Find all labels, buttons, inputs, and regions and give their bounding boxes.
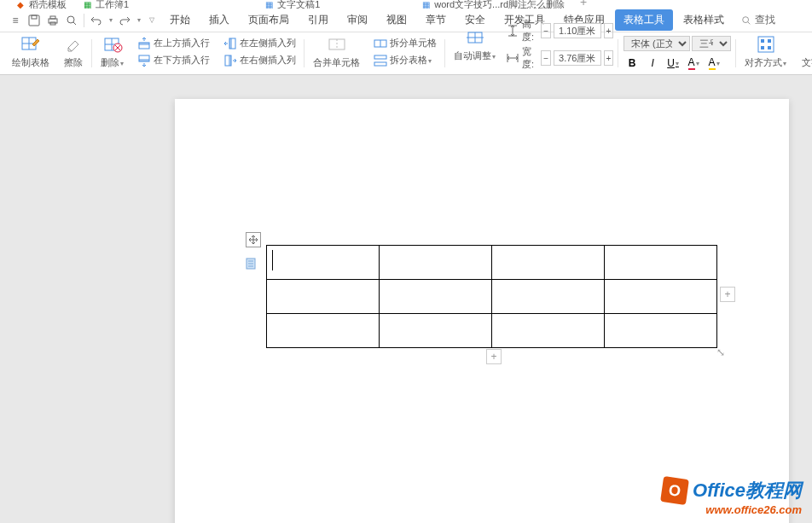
doc-tab[interactable]: ▦ 工作簿1 [75, 0, 136, 9]
font-name-select[interactable]: 宋体 (正文) [624, 36, 690, 51]
undo-icon[interactable] [90, 14, 103, 27]
draw-table-button[interactable]: 绘制表格 [9, 32, 53, 71]
align-icon [756, 34, 776, 55]
insert-above-icon [137, 37, 151, 50]
template-icon: ◆ [15, 0, 26, 9]
search-command[interactable]: 查找 [734, 9, 782, 31]
merge-cells-button: 合并单元格 [310, 32, 363, 71]
group-merge: 合并单元格 拆分单元格 拆分表格▾ [304, 34, 445, 73]
split-table-icon [374, 54, 387, 67]
tab-label: word文字技巧...rd脚注怎么删除 [434, 0, 565, 9]
tab-label: 文字文稿1 [277, 0, 320, 9]
insert-row-below-button[interactable]: 在下方插入行 [134, 53, 213, 68]
print-icon[interactable] [46, 14, 60, 27]
alignment-button[interactable]: 对齐方式▾ [741, 32, 790, 71]
menu-icon[interactable]: ≡ [9, 14, 22, 27]
group-draw: 绘制表格 擦除 [3, 34, 92, 73]
svg-rect-31 [374, 62, 386, 66]
undo-dropdown[interactable]: ▾ [109, 16, 113, 24]
svg-rect-30 [374, 55, 386, 59]
split-cells-button[interactable]: 拆分单元格 [370, 36, 440, 51]
btn-label: 文字方向▾ [802, 56, 812, 69]
doc-tab[interactable]: ◆ 稻壳模板 [9, 0, 73, 9]
merge-icon [327, 34, 347, 55]
btn-label: 拆分表格▾ [390, 54, 432, 67]
svg-point-7 [743, 16, 749, 22]
split-table-button[interactable]: 拆分表格▾ [370, 53, 440, 68]
eraser-button[interactable]: 擦除 [60, 32, 87, 71]
btn-label: 删除▾ [101, 56, 124, 69]
document-area: + + ⤡ [0, 75, 812, 523]
redo-icon[interactable] [118, 14, 131, 27]
btn-label: 在右侧插入列 [240, 54, 296, 67]
menu-page-layout[interactable]: 页面布局 [240, 9, 298, 31]
btn-label: 在下方插入行 [154, 54, 210, 67]
autofit-button[interactable]: 自动调整▾ [450, 26, 499, 64]
underline-button[interactable]: U▾ [664, 55, 682, 71]
svg-rect-41 [758, 37, 774, 52]
doc-tab[interactable]: ▦ word文字技巧...rd脚注怎么删除 [414, 0, 571, 9]
group-rows-cols: 删除▾ 在上方插入行 在下方插入行 在左侧插入列 [92, 34, 304, 73]
bold-button[interactable]: B [624, 55, 641, 71]
svg-point-5 [67, 16, 74, 23]
italic-button[interactable]: I [644, 55, 661, 71]
insert-col-left-button[interactable]: 在左侧插入列 [220, 36, 299, 51]
new-tab-button[interactable]: + [573, 0, 594, 9]
svg-line-8 [748, 21, 751, 24]
btn-label: 绘制表格 [12, 56, 49, 69]
svg-rect-45 [768, 46, 771, 49]
width-input[interactable] [554, 50, 601, 66]
menu-table-style[interactable]: 表格样式 [675, 9, 733, 31]
office-logo-icon: O [660, 476, 689, 505]
insert-row-above-button[interactable]: 在上方插入行 [134, 36, 213, 51]
width-increase[interactable]: + [604, 50, 613, 66]
table-row [267, 246, 717, 280]
preview-icon[interactable] [65, 14, 78, 27]
tab-label: 工作簿1 [96, 0, 129, 9]
svg-rect-0 [29, 15, 39, 26]
svg-rect-43 [768, 39, 771, 43]
word-doc-icon: ▦ [264, 0, 274, 9]
insert-col-right-button[interactable]: 在右侧插入列 [220, 53, 299, 68]
table-row [267, 280, 717, 314]
menu-start[interactable]: 开始 [161, 9, 199, 31]
table-row [267, 314, 717, 348]
add-column-button[interactable]: + [720, 287, 735, 302]
menu-references[interactable]: 引用 [299, 9, 337, 31]
height-increase[interactable]: + [604, 23, 613, 38]
save-icon[interactable] [27, 14, 41, 27]
insert-right-icon [223, 54, 237, 67]
group-alignment: 对齐方式▾ ||A 文字方向▾ [736, 34, 812, 73]
menu-table-tools[interactable]: 表格工具 [615, 9, 673, 31]
menu-sections[interactable]: 章节 [417, 9, 455, 31]
font-color-button[interactable]: A▾ [685, 55, 702, 71]
section-indicator-icon [246, 258, 256, 270]
menu-view[interactable]: 视图 [378, 9, 415, 31]
highlight-button[interactable]: A▾ [705, 55, 722, 71]
watermark-title: Office教程网 [693, 478, 802, 503]
menu-review[interactable]: 审阅 [339, 9, 376, 31]
table-move-handle[interactable] [246, 232, 261, 247]
text-direction-button[interactable]: ||A 文字方向▾ [798, 32, 812, 71]
quick-access-toolbar: ≡ ▾ ▾ ▽ [3, 14, 160, 27]
btn-label: 在上方插入行 [154, 37, 210, 49]
btn-label: 自动调整▾ [454, 49, 496, 62]
autofit-icon [465, 27, 485, 48]
height-input[interactable] [554, 23, 601, 38]
font-size-select[interactable]: 三号 [692, 36, 731, 51]
menu-insert[interactable]: 插入 [200, 9, 238, 31]
doc-tab[interactable]: ▦ 文字文稿1 [257, 0, 327, 9]
table-resize-handle[interactable]: ⤡ [716, 346, 725, 358]
btn-label: 对齐方式▾ [745, 56, 786, 69]
add-row-button[interactable]: + [486, 349, 502, 364]
col-width-icon [506, 51, 519, 65]
btn-label: 擦除 [64, 56, 83, 69]
btn-label: 在左侧插入列 [240, 37, 296, 49]
svg-rect-25 [229, 55, 231, 66]
height-decrease[interactable]: − [541, 23, 550, 38]
document-table[interactable] [266, 245, 717, 348]
delete-button[interactable]: 删除▾ [97, 32, 127, 71]
qat-customize[interactable]: ▽ [149, 16, 154, 24]
redo-dropdown[interactable]: ▾ [137, 16, 141, 24]
width-decrease[interactable]: − [541, 50, 550, 66]
